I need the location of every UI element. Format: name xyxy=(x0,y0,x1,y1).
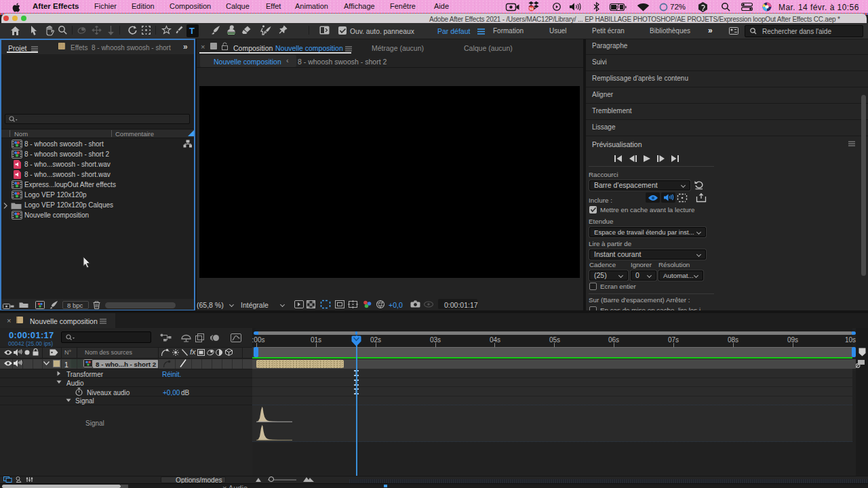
svg-text:50: 50 xyxy=(529,7,533,11)
